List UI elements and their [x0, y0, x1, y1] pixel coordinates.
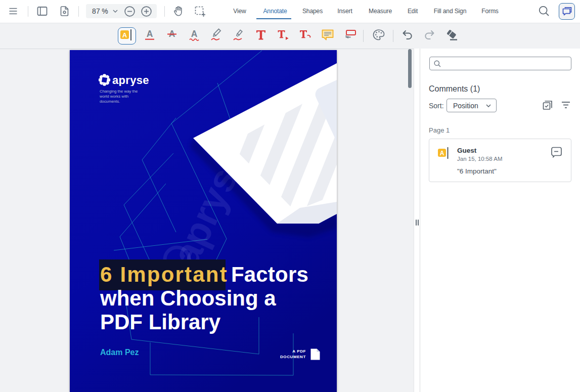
svg-text:A: A	[191, 29, 198, 39]
svg-text:A: A	[122, 31, 127, 39]
svg-text:A: A	[147, 29, 153, 39]
svg-text:apryse: apryse	[112, 74, 149, 86]
svg-text:A: A	[440, 150, 444, 157]
